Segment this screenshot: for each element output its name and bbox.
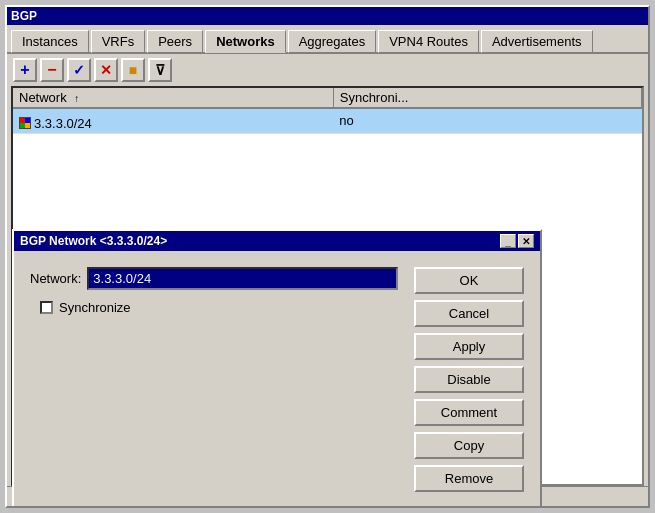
tab-advertisements[interactable]: Advertisements: [481, 30, 593, 53]
network-field-label: Network:: [30, 271, 81, 286]
disable-button[interactable]: Disable: [414, 366, 524, 393]
synchronize-row: Synchronize: [30, 300, 398, 315]
tab-vpn4routes[interactable]: VPN4 Routes: [378, 30, 479, 53]
cancel-button-toolbar[interactable]: ✕: [94, 58, 118, 82]
comment-button[interactable]: Comment: [414, 399, 524, 426]
col-network: Network ↑: [13, 88, 333, 108]
synchronize-checkbox[interactable]: [40, 301, 53, 314]
col-synchronize: Synchroni...: [333, 88, 641, 108]
copy-button[interactable]: Copy: [414, 432, 524, 459]
dialog-title-bar: BGP Network <3.3.3.0/24> _ ✕: [14, 231, 540, 251]
toolbar: + − ✓ ✕ ■ ⊽: [7, 54, 648, 86]
tab-networks[interactable]: Networks: [205, 30, 286, 53]
tab-instances[interactable]: Instances: [11, 30, 89, 53]
dialog-close-button[interactable]: ✕: [518, 234, 534, 248]
cell-synchronize: no: [333, 108, 641, 133]
remove-button-dialog[interactable]: Remove: [414, 465, 524, 492]
dialog-body: Network: Synchronize OK Cancel: [14, 251, 540, 506]
main-content: + − ✓ ✕ ■ ⊽ Network ↑ Synchroni...: [7, 54, 648, 506]
dialog-right-panel: OK Cancel Apply Disable Comment: [414, 267, 524, 492]
bgp-network-dialog: BGP Network <3.3.3.0/24> _ ✕ Network: Sy…: [12, 229, 542, 506]
sort-icon: ↑: [74, 93, 79, 104]
window-title: BGP: [11, 9, 37, 23]
tab-bar: Instances VRFs Peers Networks Aggregates…: [7, 25, 648, 54]
remove-button[interactable]: −: [40, 58, 64, 82]
dialog-left-panel: Network: Synchronize: [30, 267, 398, 492]
cancel-button[interactable]: Cancel: [414, 300, 524, 327]
table-row[interactable]: 3.3.3.0/24 no: [13, 108, 642, 133]
cell-network: 3.3.3.0/24: [13, 108, 333, 133]
window-title-bar: BGP: [7, 7, 648, 25]
filter-button[interactable]: ⊽: [148, 58, 172, 82]
dialog-title-text: BGP Network <3.3.3.0/24>: [20, 234, 167, 248]
tab-aggregates[interactable]: Aggregates: [288, 30, 377, 53]
network-grid-icon: [19, 117, 31, 129]
apply-button[interactable]: Apply: [414, 333, 524, 360]
network-field-row: Network:: [30, 267, 398, 290]
networks-table: Network ↑ Synchroni...: [13, 88, 642, 134]
tab-peers[interactable]: Peers: [147, 30, 203, 53]
square-button[interactable]: ■: [121, 58, 145, 82]
table-header-row: Network ↑ Synchroni...: [13, 88, 642, 108]
ok-button[interactable]: OK: [414, 267, 524, 294]
add-button[interactable]: +: [13, 58, 37, 82]
check-button[interactable]: ✓: [67, 58, 91, 82]
tab-vrfs[interactable]: VRFs: [91, 30, 146, 53]
network-input[interactable]: [87, 267, 398, 290]
synchronize-label: Synchronize: [59, 300, 131, 315]
dialog-minimize-button[interactable]: _: [500, 234, 516, 248]
